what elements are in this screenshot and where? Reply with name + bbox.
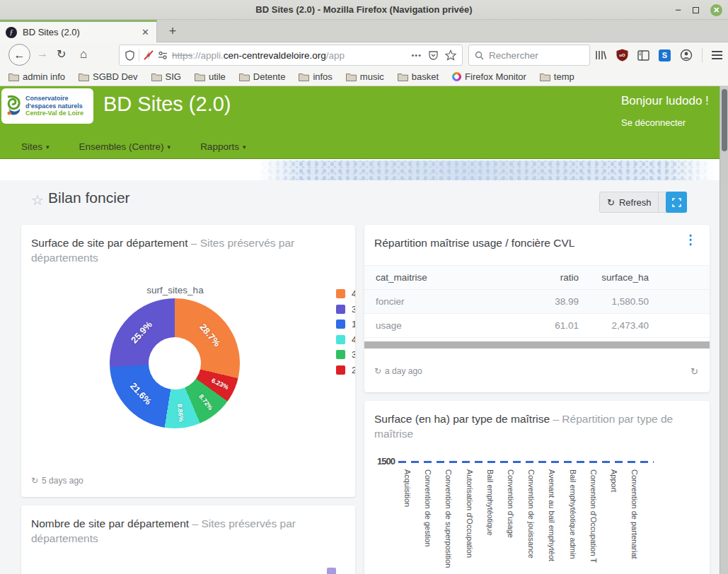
fullscreen-button[interactable] [666, 192, 687, 213]
cen-logo[interactable]: Conservatoire d'espaces naturels Centre-… [1, 88, 93, 124]
sidebar-icon[interactable] [637, 50, 649, 61]
bar-category-label: Convention de superposition [444, 469, 453, 574]
bookmark-admin-info[interactable]: admin info [8, 71, 65, 82]
bookmark-infos[interactable]: infos [299, 71, 332, 82]
account-icon[interactable] [680, 49, 693, 62]
blocked-scripts-icon[interactable] [144, 50, 154, 60]
card-title: Surface (en ha) par type de maîtrise – R… [364, 401, 710, 442]
tracking-shield-icon[interactable] [125, 50, 134, 61]
pocket-icon[interactable] [428, 50, 439, 61]
nav-item-ensembles-centre-[interactable]: Ensembles (Centre)▾ [79, 141, 171, 152]
logout-link[interactable]: Se déconnecter [621, 117, 686, 128]
card-refresh-button[interactable]: ↻ [691, 366, 698, 377]
card-menu-button[interactable]: ⋮ [680, 230, 701, 249]
bookmark-sgbd-dev[interactable]: SGBD Dev [79, 71, 138, 82]
bookmark-label: music [360, 71, 384, 82]
legend-label: 41 [352, 334, 355, 345]
home-button[interactable]: ⌂ [80, 47, 87, 62]
legend-swatch [336, 335, 345, 344]
nav-item-rapports[interactable]: Rapports▾ [200, 141, 245, 152]
new-tab-button[interactable]: + [164, 23, 181, 40]
dashboard-title: Bilan foncier [48, 189, 130, 206]
bookmark-label: SIG [166, 71, 181, 82]
tab-close-icon[interactable]: ✕ [140, 27, 151, 37]
card-nombre-par-departement: Nombre de site par département – Sites p… [21, 505, 355, 574]
forward-button[interactable]: → [37, 47, 48, 60]
legend-label: 37 [352, 304, 355, 315]
menu-button[interactable] [712, 51, 722, 59]
close-button[interactable]: ✕ [710, 4, 722, 16]
favorite-star-icon[interactable]: ☆ [31, 192, 44, 209]
table-horizontal-scrollbar[interactable] [364, 341, 710, 348]
bookmark-music[interactable]: music [346, 71, 384, 82]
ublock-icon[interactable]: uO [616, 49, 628, 62]
bookmark-basket[interactable]: basket [398, 71, 439, 82]
legend-item-18[interactable]: 18 [336, 319, 355, 329]
column-header[interactable]: surface_ha [579, 266, 653, 290]
legend-item-28[interactable]: 28 [336, 365, 355, 375]
legend-label: 28 [352, 365, 355, 375]
folder-icon [398, 73, 408, 81]
bar-category-label: Bail emphytéotique [486, 469, 495, 574]
nav-item-sites[interactable]: Sites▾ [21, 141, 50, 152]
legend-label: 45 [352, 288, 355, 299]
s-extension-icon[interactable]: S [659, 49, 671, 62]
cell-surface-ha: 1,580.50 [579, 290, 653, 314]
pie-series-title: surf_sites_ha [125, 285, 225, 295]
svg-text:uO: uO [619, 53, 625, 57]
url-text[interactable]: https://appli.cen-centrevaldeloire.org/a… [172, 50, 407, 61]
table-row-usage[interactable]: usage61.012,473.40 [364, 314, 710, 338]
nav-item-label: Rapports [200, 141, 239, 152]
legend-item-36[interactable]: 36 [336, 349, 355, 360]
user-greeting: Bonjour ludodo ! [621, 94, 709, 108]
bookmark-label: Firefox Monitor [465, 71, 526, 82]
library-icon[interactable] [594, 49, 607, 61]
bookmark-sig[interactable]: SIG [151, 71, 181, 82]
folder-icon [8, 73, 19, 81]
legend-item-41[interactable]: 41 [336, 334, 355, 345]
reload-button[interactable]: ↻ [57, 47, 66, 61]
bookmark-utile[interactable]: utile [195, 71, 226, 82]
logo-line-2: d'espaces naturels [25, 102, 83, 110]
bookmark-label: utile [209, 71, 226, 82]
site-brand-title: BD Sites (2.0) [103, 93, 231, 116]
bar-category-label: Convention d'usage [507, 469, 515, 574]
card-surface-par-maitrise: Surface (en ha) par type de maîtrise – R… [364, 401, 710, 574]
column-header[interactable]: cat_maitrise [364, 266, 504, 290]
window-titlebar[interactable]: BD Sites (2.0) - Mozilla Firefox (Naviga… [0, 0, 728, 20]
tab-bd-sites[interactable]: ƒ BD Sites (2.0) ✕ [0, 20, 157, 42]
table-row-foncier[interactable]: foncier38.991,580.50 [364, 290, 710, 314]
minimize-button[interactable]: − [675, 6, 681, 13]
bar-axis-tick: 1500 [377, 456, 395, 467]
legend-item-45[interactable]: 45 [336, 288, 355, 299]
refresh-button[interactable]: ↻Refresh [599, 192, 659, 213]
card-updated: ↻5 days ago [31, 476, 83, 486]
connection-settings-icon[interactable] [158, 51, 168, 59]
page-scrollbar[interactable] [720, 86, 728, 574]
url-bar[interactable]: https://appli.cen-centrevaldeloire.org/a… [119, 45, 463, 66]
back-button[interactable]: ← [8, 44, 30, 66]
legend-item-37[interactable]: 37 [336, 304, 355, 315]
cell-surface-ha: 2,473.40 [579, 314, 653, 338]
bookmark-temp[interactable]: temp [540, 71, 574, 82]
folder-icon [195, 73, 205, 81]
site-header: Conservatoire d'espaces naturels Centre-… [0, 86, 720, 159]
bookmark-label: basket [412, 71, 439, 82]
refresh-icon: ↻ [607, 197, 615, 208]
scrollbar-thumb[interactable] [722, 89, 727, 151]
logo-line-3: Centre-Val de Loire [25, 110, 83, 117]
bookmark-star-icon[interactable] [445, 49, 456, 61]
tab-favicon-icon: ƒ [6, 27, 17, 38]
legend-swatch [336, 350, 345, 359]
folder-icon [79, 73, 89, 81]
bar-category-label: Convention de gestion [424, 469, 432, 574]
bookmark-firefox-monitor[interactable]: Firefox Monitor [452, 71, 526, 82]
logo-line-1: Conservatoire [25, 95, 83, 102]
page-actions-icon[interactable]: ••• [411, 51, 422, 59]
column-header[interactable]: ratio [504, 266, 579, 290]
bookmark-detente[interactable]: Detente [239, 71, 286, 82]
restore-button[interactable] [693, 7, 699, 13]
search-placeholder: Rechercher [489, 50, 538, 61]
search-bar[interactable]: Rechercher [468, 45, 590, 66]
tab-bar: ƒ BD Sites (2.0) ✕ + [0, 20, 728, 42]
